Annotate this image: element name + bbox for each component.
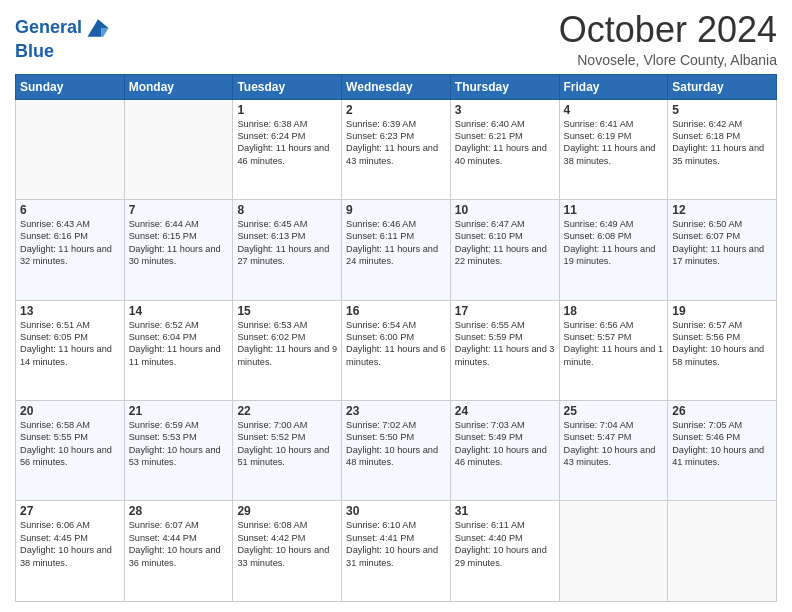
title-block: October 2024 Novosele, Vlore County, Alb… [559, 10, 777, 68]
day-number: 22 [237, 404, 337, 418]
day-number: 10 [455, 203, 555, 217]
day-number: 11 [564, 203, 664, 217]
calendar-cell [559, 501, 668, 602]
col-header-thursday: Thursday [450, 74, 559, 99]
day-number: 13 [20, 304, 120, 318]
calendar: SundayMondayTuesdayWednesdayThursdayFrid… [15, 74, 777, 602]
day-number: 14 [129, 304, 229, 318]
calendar-cell: 19Sunrise: 6:57 AMSunset: 5:56 PMDayligh… [668, 300, 777, 400]
calendar-cell [668, 501, 777, 602]
calendar-cell: 20Sunrise: 6:58 AMSunset: 5:55 PMDayligh… [16, 401, 125, 501]
cell-content: Sunrise: 6:50 AMSunset: 6:07 PMDaylight:… [672, 218, 772, 268]
calendar-cell: 2Sunrise: 6:39 AMSunset: 6:23 PMDaylight… [342, 99, 451, 199]
day-number: 18 [564, 304, 664, 318]
logo: General Blue [15, 14, 112, 62]
calendar-cell: 3Sunrise: 6:40 AMSunset: 6:21 PMDaylight… [450, 99, 559, 199]
day-number: 1 [237, 103, 337, 117]
day-number: 3 [455, 103, 555, 117]
cell-content: Sunrise: 6:39 AMSunset: 6:23 PMDaylight:… [346, 118, 446, 168]
cell-content: Sunrise: 6:38 AMSunset: 6:24 PMDaylight:… [237, 118, 337, 168]
cell-content: Sunrise: 6:44 AMSunset: 6:15 PMDaylight:… [129, 218, 229, 268]
day-number: 16 [346, 304, 446, 318]
logo-blue: Blue [15, 41, 54, 61]
day-number: 24 [455, 404, 555, 418]
calendar-cell: 1Sunrise: 6:38 AMSunset: 6:24 PMDaylight… [233, 99, 342, 199]
week-row-2: 13Sunrise: 6:51 AMSunset: 6:05 PMDayligh… [16, 300, 777, 400]
cell-content: Sunrise: 6:57 AMSunset: 5:56 PMDaylight:… [672, 319, 772, 369]
day-number: 31 [455, 504, 555, 518]
calendar-cell: 23Sunrise: 7:02 AMSunset: 5:50 PMDayligh… [342, 401, 451, 501]
week-row-4: 27Sunrise: 6:06 AMSunset: 4:45 PMDayligh… [16, 501, 777, 602]
cell-content: Sunrise: 6:06 AMSunset: 4:45 PMDaylight:… [20, 519, 120, 569]
day-number: 12 [672, 203, 772, 217]
day-number: 21 [129, 404, 229, 418]
calendar-cell: 14Sunrise: 6:52 AMSunset: 6:04 PMDayligh… [124, 300, 233, 400]
calendar-cell: 11Sunrise: 6:49 AMSunset: 6:08 PMDayligh… [559, 200, 668, 300]
cell-content: Sunrise: 6:54 AMSunset: 6:00 PMDaylight:… [346, 319, 446, 369]
calendar-cell: 15Sunrise: 6:53 AMSunset: 6:02 PMDayligh… [233, 300, 342, 400]
day-number: 8 [237, 203, 337, 217]
calendar-cell: 27Sunrise: 6:06 AMSunset: 4:45 PMDayligh… [16, 501, 125, 602]
day-number: 19 [672, 304, 772, 318]
col-header-wednesday: Wednesday [342, 74, 451, 99]
cell-content: Sunrise: 6:51 AMSunset: 6:05 PMDaylight:… [20, 319, 120, 369]
day-number: 27 [20, 504, 120, 518]
col-header-tuesday: Tuesday [233, 74, 342, 99]
week-row-1: 6Sunrise: 6:43 AMSunset: 6:16 PMDaylight… [16, 200, 777, 300]
cell-content: Sunrise: 7:00 AMSunset: 5:52 PMDaylight:… [237, 419, 337, 469]
cell-content: Sunrise: 6:47 AMSunset: 6:10 PMDaylight:… [455, 218, 555, 268]
calendar-cell: 12Sunrise: 6:50 AMSunset: 6:07 PMDayligh… [668, 200, 777, 300]
cell-content: Sunrise: 6:42 AMSunset: 6:18 PMDaylight:… [672, 118, 772, 168]
logo-icon [84, 14, 112, 42]
calendar-cell [124, 99, 233, 199]
calendar-cell: 21Sunrise: 6:59 AMSunset: 5:53 PMDayligh… [124, 401, 233, 501]
cell-content: Sunrise: 6:53 AMSunset: 6:02 PMDaylight:… [237, 319, 337, 369]
day-number: 20 [20, 404, 120, 418]
cell-content: Sunrise: 6:41 AMSunset: 6:19 PMDaylight:… [564, 118, 664, 168]
calendar-cell: 29Sunrise: 6:08 AMSunset: 4:42 PMDayligh… [233, 501, 342, 602]
cell-content: Sunrise: 6:58 AMSunset: 5:55 PMDaylight:… [20, 419, 120, 469]
calendar-cell: 9Sunrise: 6:46 AMSunset: 6:11 PMDaylight… [342, 200, 451, 300]
col-header-sunday: Sunday [16, 74, 125, 99]
cell-content: Sunrise: 6:40 AMSunset: 6:21 PMDaylight:… [455, 118, 555, 168]
calendar-cell: 4Sunrise: 6:41 AMSunset: 6:19 PMDaylight… [559, 99, 668, 199]
cell-content: Sunrise: 6:07 AMSunset: 4:44 PMDaylight:… [129, 519, 229, 569]
calendar-cell: 17Sunrise: 6:55 AMSunset: 5:59 PMDayligh… [450, 300, 559, 400]
cell-content: Sunrise: 6:08 AMSunset: 4:42 PMDaylight:… [237, 519, 337, 569]
day-number: 2 [346, 103, 446, 117]
calendar-cell: 10Sunrise: 6:47 AMSunset: 6:10 PMDayligh… [450, 200, 559, 300]
cell-content: Sunrise: 7:04 AMSunset: 5:47 PMDaylight:… [564, 419, 664, 469]
calendar-cell: 18Sunrise: 6:56 AMSunset: 5:57 PMDayligh… [559, 300, 668, 400]
cell-content: Sunrise: 6:59 AMSunset: 5:53 PMDaylight:… [129, 419, 229, 469]
calendar-cell: 31Sunrise: 6:11 AMSunset: 4:40 PMDayligh… [450, 501, 559, 602]
day-number: 26 [672, 404, 772, 418]
cell-content: Sunrise: 6:55 AMSunset: 5:59 PMDaylight:… [455, 319, 555, 369]
day-number: 23 [346, 404, 446, 418]
main-title: October 2024 [559, 10, 777, 50]
col-header-monday: Monday [124, 74, 233, 99]
day-number: 17 [455, 304, 555, 318]
day-number: 6 [20, 203, 120, 217]
day-number: 15 [237, 304, 337, 318]
calendar-cell: 5Sunrise: 6:42 AMSunset: 6:18 PMDaylight… [668, 99, 777, 199]
day-number: 29 [237, 504, 337, 518]
week-row-0: 1Sunrise: 6:38 AMSunset: 6:24 PMDaylight… [16, 99, 777, 199]
day-number: 30 [346, 504, 446, 518]
logo-text: General [15, 18, 82, 38]
subtitle: Novosele, Vlore County, Albania [559, 52, 777, 68]
cell-content: Sunrise: 6:56 AMSunset: 5:57 PMDaylight:… [564, 319, 664, 369]
calendar-cell: 8Sunrise: 6:45 AMSunset: 6:13 PMDaylight… [233, 200, 342, 300]
calendar-cell: 6Sunrise: 6:43 AMSunset: 6:16 PMDaylight… [16, 200, 125, 300]
calendar-cell: 25Sunrise: 7:04 AMSunset: 5:47 PMDayligh… [559, 401, 668, 501]
day-number: 5 [672, 103, 772, 117]
day-number: 7 [129, 203, 229, 217]
cell-content: Sunrise: 6:46 AMSunset: 6:11 PMDaylight:… [346, 218, 446, 268]
cell-content: Sunrise: 6:52 AMSunset: 6:04 PMDaylight:… [129, 319, 229, 369]
cell-content: Sunrise: 6:10 AMSunset: 4:41 PMDaylight:… [346, 519, 446, 569]
calendar-cell: 24Sunrise: 7:03 AMSunset: 5:49 PMDayligh… [450, 401, 559, 501]
calendar-cell [16, 99, 125, 199]
cell-content: Sunrise: 6:43 AMSunset: 6:16 PMDaylight:… [20, 218, 120, 268]
day-number: 4 [564, 103, 664, 117]
calendar-cell: 28Sunrise: 6:07 AMSunset: 4:44 PMDayligh… [124, 501, 233, 602]
calendar-cell: 16Sunrise: 6:54 AMSunset: 6:00 PMDayligh… [342, 300, 451, 400]
